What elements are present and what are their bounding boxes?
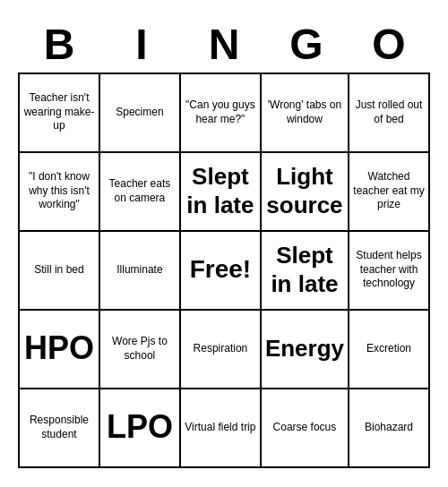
- bingo-cell-0: Teacher isn't wearing make-up: [20, 74, 100, 153]
- bingo-cell-14: Student helps teacher with technology: [349, 232, 430, 311]
- title-letter-N: N: [185, 20, 263, 69]
- bingo-cell-17: Respiration: [181, 311, 262, 389]
- title-letter-B: B: [20, 20, 99, 69]
- title-letter-I: I: [102, 20, 181, 69]
- bingo-cell-19: Excretion: [349, 311, 430, 389]
- bingo-grid: Teacher isn't wearing make-upSpecimen"Ca…: [18, 73, 430, 468]
- bingo-cell-24: Biohazard: [349, 389, 430, 468]
- bingo-cell-21: LPO: [100, 389, 181, 468]
- bingo-card: BINGO Teacher isn't wearing make-upSpeci…: [9, 11, 439, 477]
- bingo-cell-6: Teacher eats on camera: [100, 153, 181, 232]
- bingo-cell-5: "I don't know why this isn't working": [20, 153, 100, 232]
- bingo-cell-22: Virtual field trip: [181, 389, 262, 468]
- bingo-cell-8: Light source: [262, 153, 349, 232]
- bingo-cell-10: Still in bed: [20, 232, 100, 311]
- bingo-cell-11: Illuminate: [100, 232, 181, 311]
- bingo-cell-2: "Can you guys hear me?": [181, 74, 262, 153]
- bingo-cell-13: Slept in late: [262, 232, 349, 311]
- bingo-cell-20: Responsible student: [20, 389, 100, 468]
- bingo-cell-3: 'Wrong' tabs on window: [262, 74, 349, 153]
- title-letter-O: O: [349, 20, 428, 69]
- bingo-cell-12: Free!: [181, 232, 262, 311]
- bingo-cell-7: Slept in late: [181, 153, 262, 232]
- bingo-cell-16: Wore Pjs to school: [100, 311, 181, 389]
- bingo-cell-15: HPO: [20, 311, 100, 389]
- bingo-cell-1: Specimen: [100, 74, 181, 153]
- bingo-cell-18: Energy: [262, 311, 349, 389]
- bingo-cell-9: Watched teacher eat my prize: [349, 153, 430, 232]
- bingo-cell-4: Just rolled out of bed: [349, 74, 430, 153]
- bingo-title: BINGO: [18, 20, 430, 69]
- title-letter-G: G: [267, 20, 346, 69]
- bingo-cell-23: Coarse focus: [262, 389, 349, 468]
